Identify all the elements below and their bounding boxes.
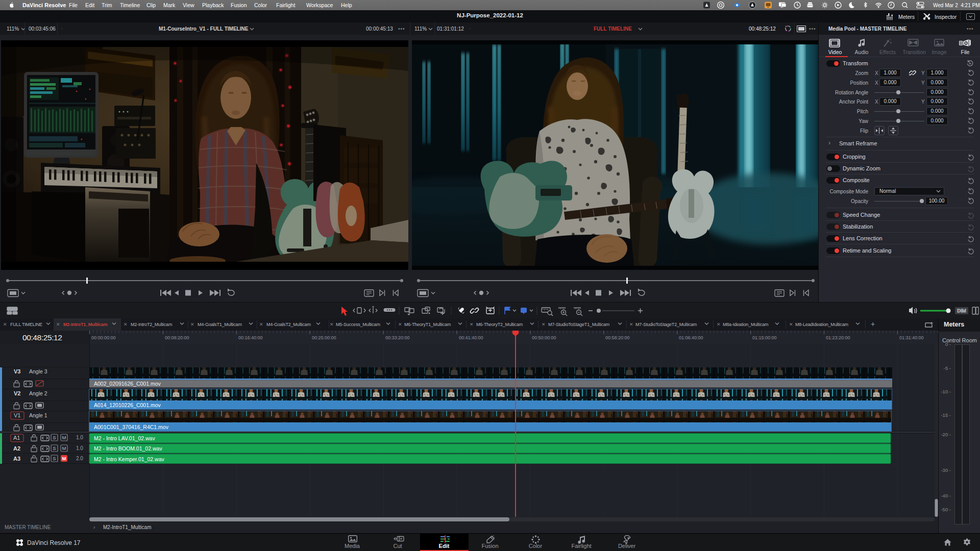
svg-text:A1: A1 (13, 435, 20, 441)
svg-text:0 -: 0 - (945, 341, 951, 347)
svg-text:00:00:00:00: 00:00:00:00 (91, 335, 116, 340)
svg-text:Angle 2: Angle 2 (29, 390, 47, 396)
svg-text:A001C001_370416_R4C1.mov: A001C001_370416_R4C1.mov (94, 424, 169, 430)
svg-text:Angle 1: Angle 1 (29, 412, 47, 418)
svg-text:00:16:40:00: 00:16:40:00 (238, 335, 263, 340)
svg-text:M2 - Intro LAV.01_02.wav: M2 - Intro LAV.01_02.wav (94, 435, 155, 441)
svg-text:M2 - Intro Kemper.01_02.wav: M2 - Intro Kemper.01_02.wav (94, 456, 164, 462)
svg-text:V1: V1 (14, 412, 20, 418)
svg-text:1.0: 1.0 (76, 445, 83, 451)
svg-text:00:48:25:12: 00:48:25:12 (22, 333, 62, 342)
svg-text:-30 -: -30 - (941, 467, 951, 473)
svg-text:M2-IntroT1_Multicam: M2-IntroT1_Multicam (103, 524, 151, 530)
svg-text:-50 -: -50 - (941, 507, 951, 512)
svg-text:00:33:20:00: 00:33:20:00 (385, 335, 410, 340)
svg-text:›: › (93, 524, 95, 530)
svg-text:2.0: 2.0 (76, 456, 83, 461)
svg-text:A2: A2 (13, 445, 20, 452)
svg-text:01:15:00:00: 01:15:00:00 (752, 335, 777, 340)
svg-text:A002_02091626_C001.mov: A002_02091626_C001.mov (94, 381, 161, 387)
svg-text:00:25:00:00: 00:25:00:00 (312, 335, 336, 340)
svg-text:A014_12010226_C001.mov: A014_12010226_C001.mov (94, 402, 161, 408)
svg-text:00:08:20:00: 00:08:20:00 (165, 335, 189, 340)
svg-text:V3: V3 (14, 368, 20, 374)
svg-text:00:50:00:00: 00:50:00:00 (532, 335, 556, 340)
svg-text:01:06:40:00: 01:06:40:00 (679, 335, 703, 340)
svg-text:A3: A3 (13, 456, 20, 462)
svg-text:-20 -: -20 - (941, 432, 951, 437)
svg-text:-15 -: -15 - (941, 412, 951, 418)
svg-text:-5 -: -5 - (944, 365, 951, 371)
svg-text:DIM: DIM (957, 308, 966, 313)
svg-text:M: M (62, 456, 66, 461)
svg-text:-40 -: -40 - (941, 493, 951, 498)
svg-text:00:58:20:00: 00:58:20:00 (605, 335, 630, 340)
svg-text:M2 - Intro BOOM.01_02.wav: M2 - Intro BOOM.01_02.wav (94, 445, 162, 452)
svg-text:01:23:20:00: 01:23:20:00 (826, 335, 850, 340)
svg-text:-10 -: -10 - (941, 389, 951, 394)
svg-text:1.0: 1.0 (76, 435, 83, 440)
svg-text:MASTER TIMELINE: MASTER TIMELINE (5, 524, 51, 530)
svg-text:Angle 3: Angle 3 (29, 368, 47, 374)
svg-text:V2: V2 (14, 390, 20, 396)
svg-text:00:41:40:00: 00:41:40:00 (459, 335, 483, 340)
svg-text:01:31:40:00: 01:31:40:00 (899, 335, 924, 340)
